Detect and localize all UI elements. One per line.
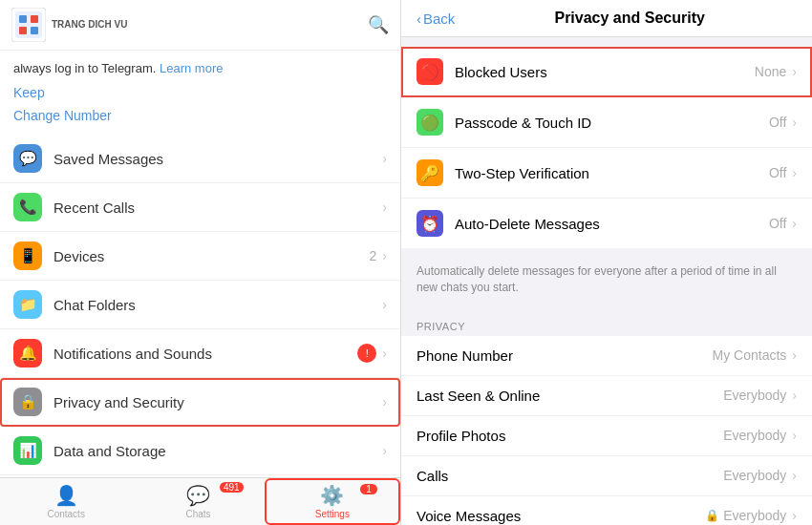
right-panel: ‹ Back Privacy and Security 🚫 Blocked Us… bbox=[401, 0, 812, 525]
two-step-icon: 🔑 bbox=[417, 159, 443, 186]
chevron-icon: › bbox=[792, 508, 797, 523]
phone-number-value: My Contacts bbox=[713, 347, 787, 363]
right-item-blocked-users[interactable]: 🚫 Blocked Users None › bbox=[401, 47, 812, 97]
voice-messages-label: Voice Messages bbox=[417, 508, 705, 524]
chevron-icon: › bbox=[382, 151, 387, 166]
change-number-link[interactable]: Change Number bbox=[0, 104, 400, 135]
privacy-item-voice-messages[interactable]: Voice Messages 🔒 Everybody › bbox=[401, 496, 812, 525]
learn-more-link[interactable]: Learn more bbox=[160, 61, 223, 75]
auto-delete-label: Auto-Delete Messages bbox=[455, 216, 769, 232]
app-logo-text: TRANG DICH VU bbox=[52, 19, 127, 31]
menu-item-chat-folders[interactable]: 📁 Chat Folders › bbox=[0, 281, 400, 329]
settings-nav-label: Settings bbox=[315, 509, 350, 519]
chevron-icon: › bbox=[382, 394, 387, 410]
passcode-value: Off bbox=[769, 115, 786, 130]
privacy-item-last-seen[interactable]: Last Seen & Online Everybody › bbox=[401, 376, 812, 416]
two-step-label: Two-Step Verification bbox=[455, 165, 769, 181]
back-chevron-icon: ‹ bbox=[417, 10, 421, 27]
top-description: always log in to Telegram. Learn more bbox=[0, 51, 400, 81]
recent-calls-label: Recent Calls bbox=[53, 200, 382, 216]
chevron-icon: › bbox=[792, 428, 797, 443]
notifications-label: Notifications and Sounds bbox=[53, 346, 357, 362]
menu-item-devices[interactable]: 📱 Devices 2 › bbox=[0, 232, 400, 281]
right-content: 🚫 Blocked Users None › 🟢 Passcode & Touc… bbox=[401, 37, 812, 525]
chevron-icon: › bbox=[792, 468, 797, 483]
profile-photos-value: Everybody bbox=[723, 428, 786, 443]
blocked-users-label: Blocked Users bbox=[455, 64, 755, 80]
back-label: Back bbox=[423, 10, 455, 27]
menu-item-saved-messages[interactable]: 💬 Saved Messages › bbox=[0, 135, 400, 183]
search-button[interactable]: 🔍 bbox=[368, 14, 389, 35]
chats-nav-icon: 💬 bbox=[186, 484, 210, 507]
phone-number-label: Phone Number bbox=[417, 347, 713, 364]
chats-badge: 491 bbox=[220, 482, 244, 493]
right-header: ‹ Back Privacy and Security bbox=[401, 0, 812, 37]
passcode-label: Passcode & Touch ID bbox=[455, 115, 769, 131]
privacy-item-phone-number[interactable]: Phone Number My Contacts › bbox=[401, 336, 812, 376]
chevron-icon: › bbox=[792, 64, 797, 79]
left-header: TRANG DICH VU 🔍 bbox=[0, 0, 400, 51]
svg-rect-5 bbox=[31, 27, 38, 34]
menu-list: 💬 Saved Messages › 📞 Recent Calls › 📱 De… bbox=[0, 135, 400, 477]
svg-rect-1 bbox=[15, 11, 42, 38]
two-step-value: Off bbox=[769, 165, 786, 180]
chevron-icon: › bbox=[792, 347, 797, 363]
nav-item-settings[interactable]: 1 ⚙️ Settings bbox=[265, 478, 400, 525]
chevron-icon: › bbox=[382, 200, 387, 215]
privacy-icon: 🔒 bbox=[13, 388, 42, 416]
voice-messages-value: 🔒 Everybody bbox=[705, 508, 786, 523]
right-items-list: 🚫 Blocked Users None › 🟢 Passcode & Touc… bbox=[401, 47, 812, 248]
chats-nav-label: Chats bbox=[185, 509, 210, 519]
devices-value: 2 bbox=[370, 248, 377, 263]
svg-rect-2 bbox=[19, 15, 27, 23]
chevron-icon: › bbox=[382, 346, 387, 361]
chevron-icon: › bbox=[792, 388, 797, 403]
lock-icon: 🔒 bbox=[705, 509, 719, 522]
menu-item-data-storage[interactable]: 📊 Data and Storage › bbox=[0, 427, 400, 475]
nav-item-chats[interactable]: 491 💬 Chats bbox=[132, 478, 264, 525]
app-logo-icon bbox=[11, 8, 46, 42]
privacy-item-calls[interactable]: Calls Everybody › bbox=[401, 456, 812, 496]
right-item-two-step[interactable]: 🔑 Two-Step Verification Off › bbox=[401, 148, 812, 199]
data-storage-icon: 📊 bbox=[13, 436, 42, 465]
menu-item-privacy[interactable]: 🔒 Privacy and Security › bbox=[0, 378, 400, 427]
privacy-items-list: Phone Number My Contacts › Last Seen & O… bbox=[401, 336, 812, 525]
settings-nav-icon: ⚙️ bbox=[320, 484, 344, 507]
profile-photos-label: Profile Photos bbox=[417, 428, 723, 444]
privacy-section-header: PRIVACY bbox=[401, 307, 812, 336]
right-item-passcode[interactable]: 🟢 Passcode & Touch ID Off › bbox=[401, 97, 812, 148]
right-panel-title: Privacy and Security bbox=[462, 10, 797, 27]
nav-item-contacts[interactable]: 👤 Contacts bbox=[0, 478, 132, 525]
calls-value: Everybody bbox=[723, 468, 786, 483]
security-section: 🚫 Blocked Users None › 🟢 Passcode & Touc… bbox=[401, 47, 812, 248]
privacy-label: Privacy and Security bbox=[53, 394, 382, 410]
menu-item-notifications[interactable]: 🔔 Notifications and Sounds ! › bbox=[0, 329, 400, 378]
svg-rect-3 bbox=[31, 15, 38, 23]
keep-link[interactable]: Keep bbox=[0, 81, 400, 104]
last-seen-label: Last Seen & Online bbox=[417, 388, 723, 404]
chevron-icon: › bbox=[792, 216, 797, 231]
back-button[interactable]: ‹ Back bbox=[417, 10, 455, 27]
calls-label: Calls bbox=[417, 468, 723, 484]
saved-messages-label: Saved Messages bbox=[53, 151, 382, 167]
chevron-icon: › bbox=[792, 115, 797, 130]
right-item-auto-delete[interactable]: ⏰ Auto-Delete Messages Off › bbox=[401, 199, 812, 248]
left-content: always log in to Telegram. Learn more Ke… bbox=[0, 51, 400, 477]
blocked-users-value: None bbox=[755, 64, 786, 79]
contacts-nav-icon: 👤 bbox=[54, 484, 78, 507]
saved-messages-icon: 💬 bbox=[13, 144, 42, 173]
privacy-item-profile-photos[interactable]: Profile Photos Everybody › bbox=[401, 416, 812, 456]
menu-item-appearance[interactable]: 🎨 Appearance › bbox=[0, 475, 400, 477]
devices-icon: 📱 bbox=[13, 242, 42, 270]
notifications-icon: 🔔 bbox=[13, 339, 42, 368]
last-seen-value: Everybody bbox=[723, 388, 786, 403]
settings-badge: 1 bbox=[360, 484, 377, 494]
chevron-icon: › bbox=[792, 165, 797, 180]
menu-item-recent-calls[interactable]: 📞 Recent Calls › bbox=[0, 183, 400, 232]
chat-folders-icon: 📁 bbox=[13, 290, 42, 319]
auto-delete-icon: ⏰ bbox=[417, 210, 443, 237]
chat-folders-label: Chat Folders bbox=[53, 297, 382, 313]
chevron-icon: › bbox=[382, 443, 387, 458]
auto-delete-note: Automatically delete messages for everyo… bbox=[401, 256, 812, 307]
chevron-icon: › bbox=[382, 248, 387, 263]
